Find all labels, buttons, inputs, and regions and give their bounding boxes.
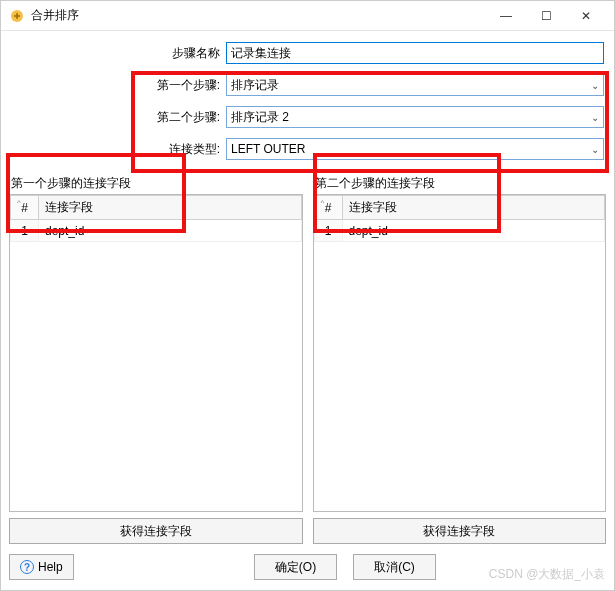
left-get-fields-button[interactable]: 获得连接字段 <box>9 518 303 544</box>
right-field-header[interactable]: 连接字段 <box>342 196 605 220</box>
left-grid[interactable]: ^# 连接字段 1 dept_id <box>9 194 303 512</box>
app-icon <box>9 8 25 24</box>
minimize-button[interactable]: — <box>486 2 526 30</box>
chevron-down-icon: ⌄ <box>587 144 599 155</box>
chevron-down-icon: ⌄ <box>587 80 599 91</box>
table-row[interactable]: 1 dept_id <box>11 220 302 242</box>
step1-select[interactable]: 排序记录 ⌄ <box>226 74 604 96</box>
chevron-down-icon: ⌄ <box>587 112 599 123</box>
right-get-fields-button[interactable]: 获得连接字段 <box>313 518 607 544</box>
help-icon: ? <box>20 560 34 574</box>
titlebar: 合并排序 — ☐ ✕ <box>1 1 614 31</box>
join-type-label: 连接类型: <box>11 141 226 158</box>
step2-label: 第二个步骤: <box>11 109 226 126</box>
left-num-header[interactable]: ^# <box>11 196 39 220</box>
right-panel: 第二个步骤的连接字段 ^# 连接字段 1 dept_id 获得连接字段 <box>313 171 607 544</box>
close-button[interactable]: ✕ <box>566 2 606 30</box>
left-field-header[interactable]: 连接字段 <box>39 196 302 220</box>
cancel-button[interactable]: 取消(C) <box>353 554 436 580</box>
right-panel-title: 第二个步骤的连接字段 <box>313 171 607 194</box>
step-name-input[interactable]: 记录集连接 <box>226 42 604 64</box>
maximize-button[interactable]: ☐ <box>526 2 566 30</box>
right-grid[interactable]: ^# 连接字段 1 dept_id <box>313 194 607 512</box>
bottom-bar: ? Help 确定(O) 取消(C) <box>1 544 614 590</box>
columns-area: 第一个步骤的连接字段 ^# 连接字段 1 dept_id 获得连接字段 第二个步… <box>1 171 614 544</box>
step1-label: 第一个步骤: <box>11 77 226 94</box>
step-name-label: 步骤名称 <box>11 45 226 62</box>
step2-select[interactable]: 排序记录 2 ⌄ <box>226 106 604 128</box>
help-button[interactable]: ? Help <box>9 554 74 580</box>
left-panel-title: 第一个步骤的连接字段 <box>9 171 303 194</box>
right-num-header[interactable]: ^# <box>314 196 342 220</box>
ok-button[interactable]: 确定(O) <box>254 554 337 580</box>
window-title: 合并排序 <box>31 7 486 24</box>
table-row[interactable]: 1 dept_id <box>314 220 605 242</box>
left-panel: 第一个步骤的连接字段 ^# 连接字段 1 dept_id 获得连接字段 <box>9 171 303 544</box>
dialog-window: 合并排序 — ☐ ✕ 步骤名称 记录集连接 第一个步骤: 排序记录 ⌄ 第二个步… <box>0 0 615 591</box>
form-area: 步骤名称 记录集连接 第一个步骤: 排序记录 ⌄ 第二个步骤: 排序记录 2 ⌄… <box>1 31 614 171</box>
join-type-select[interactable]: LEFT OUTER ⌄ <box>226 138 604 160</box>
